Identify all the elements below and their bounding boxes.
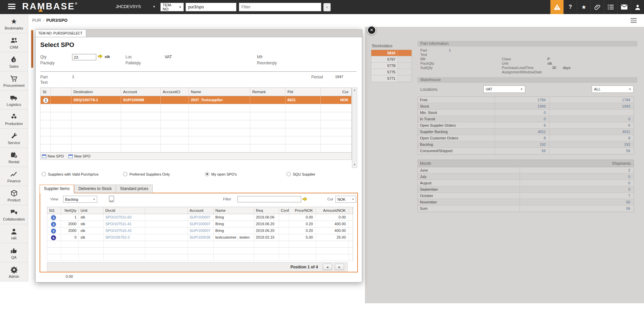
menu-hamburger-icon[interactable] xyxy=(8,4,15,10)
page-menu-hamburger-icon[interactable] xyxy=(631,18,637,24)
account-link[interactable]: SUP/100035 xyxy=(190,235,210,239)
module-selector[interactable]: TEM-NO▼ xyxy=(160,3,184,11)
account-person-icon[interactable] xyxy=(631,0,644,14)
items-row[interactable]: 3 2000 stk SPO/107510-41 SUP/100007 Brin… xyxy=(47,228,353,234)
account-link[interactable]: SUP/100007 xyxy=(190,215,210,219)
scroll-up-icon[interactable]: ▲ xyxy=(352,88,357,91)
status-badge: 3 xyxy=(51,222,56,227)
spo-table-scrollbar[interactable]: ▲ ▼ xyxy=(352,87,357,168)
docid-link[interactable]: SPO/107510-41 xyxy=(105,229,132,233)
collapse-search-button[interactable]: ‹ xyxy=(323,3,331,11)
sidebar-item-product[interactable]: Product xyxy=(0,186,28,205)
sidebar-item-logistics[interactable]: Logistics xyxy=(0,90,28,110)
dialog-tab[interactable]: TEM-NO: PUR3SPOSELECT xyxy=(36,30,86,37)
stockstatus-row[interactable]: 5797 xyxy=(371,56,412,63)
new-spo-button-2[interactable]: New SPO xyxy=(68,154,90,158)
rambase-logo[interactable]: RAMBASE® xyxy=(22,1,77,12)
status-badge: 1 xyxy=(43,98,49,103)
radio-preferred-suppliers[interactable]: Preferred Suppliers Only xyxy=(123,172,170,176)
spo-empty-row[interactable] xyxy=(40,112,352,120)
destination-cell: SRQ/100778-1 xyxy=(71,96,121,104)
items-filter-input[interactable] xyxy=(237,196,301,202)
tab-deliveries-to-stock[interactable]: Deliveries to Stock xyxy=(74,185,116,193)
sidebar-item-hr[interactable]: HR xyxy=(0,224,28,243)
stockstatus-row-selected[interactable]: 5810 xyxy=(371,50,412,56)
spo-empty-row[interactable] xyxy=(40,144,352,152)
docid-link[interactable]: SPO/105752-2 xyxy=(105,235,130,239)
filter-apply-arrow-icon[interactable] xyxy=(303,197,307,201)
qty-lookup-arrow-icon[interactable] xyxy=(98,54,103,59)
messages-envelope-icon[interactable] xyxy=(617,0,631,14)
sidebar-item-procurement[interactable]: Procurement xyxy=(0,71,28,90)
stockstatus-row[interactable]: 5775 xyxy=(371,69,412,75)
svg-text:$: $ xyxy=(15,155,16,158)
system-name[interactable]: JHCDEVSYS xyxy=(116,4,141,9)
shipments-row: June2 xyxy=(418,167,634,174)
close-icon[interactable]: ✕ xyxy=(367,26,376,35)
breadcrumb-current: PUR3/SPO xyxy=(46,18,67,23)
warehouse-header: Warehouse xyxy=(418,77,637,83)
sidebar-item-admin[interactable]: Admin xyxy=(0,262,28,281)
prev-page-button[interactable]: ◄ xyxy=(323,264,332,270)
tab-standard-prices[interactable]: Standard prices xyxy=(116,185,153,193)
filter-label: Filter xyxy=(223,197,231,201)
spo-table-header-row: St Destination Account AccountCl Name Re… xyxy=(40,87,352,96)
task-list-icon[interactable] xyxy=(604,0,617,14)
sidebar-item-bookmarks[interactable]: ★ Bookmarks xyxy=(0,14,28,33)
view-select[interactable]: Backlog▼ xyxy=(63,196,97,203)
sidebar-item-sales[interactable]: $ Sales xyxy=(0,52,28,71)
items-empty-row[interactable] xyxy=(47,241,353,248)
sidebar-item-qa[interactable]: QA xyxy=(0,243,28,262)
spo-empty-row[interactable] xyxy=(40,120,352,128)
cur-select[interactable]: NOK▼ xyxy=(335,196,356,203)
new-spo-button[interactable]: New SPO xyxy=(42,154,64,158)
shipments-row: Sum59 xyxy=(418,205,634,212)
radio-circle xyxy=(286,172,291,176)
breadcrumb-section[interactable]: PUR xyxy=(32,18,41,23)
docid-link[interactable]: SPO/107511-41 xyxy=(105,222,131,226)
spo-empty-row[interactable] xyxy=(40,104,352,112)
account-link[interactable]: SUP/100007 xyxy=(190,229,210,233)
radio-circle xyxy=(42,172,46,176)
stockstatus-row[interactable]: 5771 xyxy=(371,75,412,82)
topbar-filter-input[interactable] xyxy=(239,3,321,11)
items-empty-row[interactable] xyxy=(47,248,353,254)
account-link[interactable]: SUP/100007 xyxy=(190,222,210,226)
scroll-down-icon[interactable]: ▼ xyxy=(352,163,357,166)
sidebar-item-rental[interactable]: $ Rental xyxy=(0,148,28,167)
items-row[interactable]: 3 2000 stk SPO/107511-41 SUP/100007 Brin… xyxy=(47,221,353,228)
next-page-button[interactable]: ► xyxy=(335,264,344,270)
scope-filter-select[interactable]: ALL▼ xyxy=(592,85,634,93)
items-empty-row[interactable] xyxy=(47,254,353,261)
sidebar-item-service[interactable]: Service xyxy=(0,129,28,148)
docid-link[interactable]: SPO/107511-60 xyxy=(105,215,131,219)
location-filter-select[interactable]: VAT▼ xyxy=(483,85,525,93)
items-row[interactable]: 9 0 stk SPO/105752-2 SUP/100035 testcust… xyxy=(47,234,353,241)
sidebar-item-finance[interactable]: Finance xyxy=(0,167,28,186)
items-table-header-row: St1 NetQty Unit Docid Account Name Req C… xyxy=(47,207,353,214)
stockstatus-row[interactable]: 5778 xyxy=(371,63,412,69)
spo-empty-row[interactable] xyxy=(40,136,352,144)
tab-supplier-items[interactable]: Supplier Items xyxy=(40,185,74,193)
radio-valid-purchprice[interactable]: Suppliers with Valid Purchprice xyxy=(42,172,99,176)
spo-selected-row[interactable]: 1 SRQ/100778-1 SUP/100088 2037_Testsuppl… xyxy=(40,96,352,104)
class-label: Class xyxy=(502,57,511,61)
command-input[interactable] xyxy=(185,3,236,11)
spo-empty-row[interactable] xyxy=(40,128,352,136)
alerts-icon[interactable] xyxy=(550,0,564,14)
sidebar-item-collaboration[interactable]: Collaboration xyxy=(0,205,28,224)
help-icon[interactable]: ? xyxy=(564,0,577,14)
system-dropdown-caret-icon[interactable]: ▼ xyxy=(153,5,156,8)
attachment-paperclip-icon[interactable] xyxy=(590,0,604,14)
qty-input[interactable] xyxy=(72,54,96,60)
radio-my-open-spos[interactable]: My open SPO's xyxy=(205,172,237,176)
spo-table-footer: New SPO New SPO xyxy=(40,152,352,160)
sidebar-item-production[interactable]: Production xyxy=(0,110,28,129)
radio-squ-supplier[interactable]: SQU Supplier xyxy=(286,172,315,176)
items-row[interactable]: 3 1 stk SPO/107511-60 SUP/100007 Bring 2… xyxy=(47,214,353,221)
shipments-row: October7 xyxy=(418,193,634,199)
favorites-star-icon[interactable]: ★ xyxy=(577,0,590,14)
sup-document-icon[interactable]: SUP xyxy=(109,196,114,202)
sidebar-item-crm[interactable]: CRM xyxy=(0,33,28,52)
chevron-down-icon: ▼ xyxy=(629,88,631,91)
